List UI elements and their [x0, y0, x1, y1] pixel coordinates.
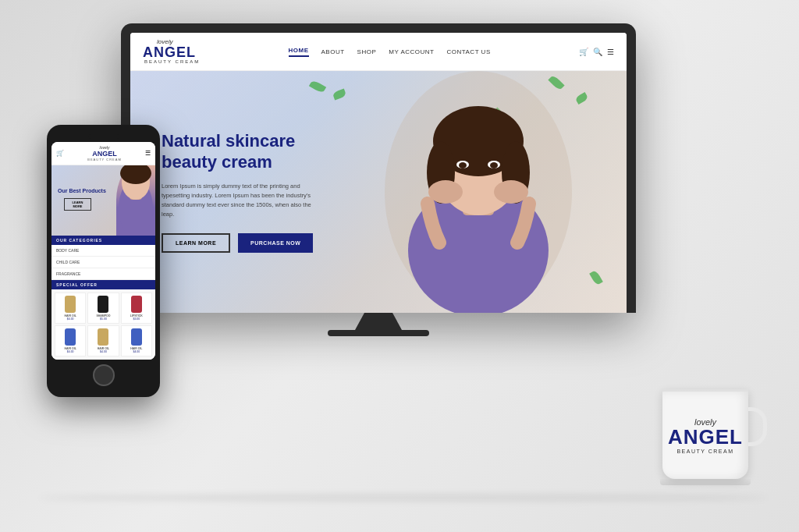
phone-logo-bc: BEAUTY CREAM [87, 158, 122, 161]
list-item[interactable]: HAIR OIL $4.00 [55, 325, 86, 356]
product-image [98, 328, 108, 346]
scene: lovely ANGEL BEAUTY CREAM HOME ABOUT SHO… [0, 0, 799, 532]
menu-icon[interactable]: ☰ [607, 48, 614, 56]
mug-handle [748, 407, 767, 446]
surface-shadow [39, 495, 768, 501]
phone-navbar: 🛒 lovely ANGEL BEAUTY CREAM ☰ [51, 142, 155, 165]
monitor-nav-icons: 🛒 🔍 ☰ [579, 48, 614, 56]
cart-icon[interactable]: 🛒 [579, 48, 588, 56]
list-item[interactable]: HAIR OIL $4.00 [55, 293, 86, 324]
nav-about[interactable]: ABOUT [321, 48, 345, 55]
hero-content: Natural skincare beauty cream Lorem Ipsu… [130, 131, 349, 253]
mug: lovely ANGEL BEAUTY CREAM [655, 389, 756, 485]
monitor-screen: lovely ANGEL BEAUTY CREAM HOME ABOUT SHO… [130, 33, 627, 313]
search-icon[interactable]: 🔍 [593, 48, 602, 56]
product-price: $4.00 [58, 317, 83, 321]
monitor-menu: HOME ABOUT SHOP MY ACCOUNT CONTACT US [289, 47, 491, 57]
phone-categories-header: OUR CATEGORIES [51, 236, 155, 245]
leaf-decoration [309, 80, 326, 94]
phone-hero: Our Best Products LEARN MORE [51, 165, 155, 236]
phone-category-child[interactable]: CHILD CARE [51, 257, 155, 268]
phone-learn-button[interactable]: LEARN MORE [64, 198, 91, 211]
purchase-now-button[interactable]: PURCHASE NOW [238, 233, 313, 253]
svg-point-9 [459, 162, 467, 168]
learn-more-button[interactable]: LEARN MORE [162, 233, 230, 253]
monitor: lovely ANGEL BEAUTY CREAM HOME ABOUT SHO… [121, 23, 636, 336]
hero-buttons: LEARN MORE PURCHASE NOW [162, 233, 318, 253]
phone-products-grid: HAIR OIL $4.00 SHAMPOO $5.00 LIPSTICK $3… [51, 289, 155, 360]
product-price: $4.00 [58, 350, 83, 353]
phone-frame: 🛒 lovely ANGEL BEAUTY CREAM ☰ Our Best P… [47, 125, 160, 397]
phone-category-fragrance[interactable]: FRAGRANCE [51, 268, 155, 280]
mug-body: lovely ANGEL BEAUTY CREAM [662, 389, 748, 479]
svg-point-10 [490, 162, 498, 168]
phone-home-button[interactable] [93, 364, 115, 386]
monitor-stand [355, 313, 402, 330]
leaf-decoration [332, 89, 346, 101]
phone-hero-title: Our Best Products [58, 187, 106, 194]
leaf-decoration [589, 270, 603, 286]
monitor-logo: lovely ANGEL BEAUTY CREAM [143, 39, 200, 64]
phone-logo-angel: ANGEL [87, 150, 122, 158]
phone-notch [88, 134, 119, 139]
mug-logo-angel: ANGEL [668, 427, 743, 447]
product-price: $3.00 [124, 317, 149, 321]
nav-shop[interactable]: SHOP [357, 48, 377, 55]
phone-hero-woman [116, 165, 155, 236]
product-price: $4.00 [91, 350, 115, 353]
monitor-base [328, 330, 429, 336]
list-item[interactable]: SHAMPOO $5.00 [87, 293, 119, 324]
hero-title: Natural skincare beauty cream [162, 131, 318, 172]
mug-content: lovely ANGEL BEAUTY CREAM [662, 417, 749, 454]
mug-base [660, 479, 751, 485]
phone-screen: 🛒 lovely ANGEL BEAUTY CREAM ☰ Our Best P… [51, 142, 155, 360]
logo-angel: ANGEL [143, 45, 200, 59]
logo-beauty-cream: BEAUTY CREAM [144, 59, 200, 64]
hero-woman-image [377, 71, 580, 313]
phone-cart-icon[interactable]: 🛒 [56, 150, 64, 157]
list-item[interactable]: HAIR OIL $4.00 [87, 325, 119, 356]
phone-logo: lovely ANGEL BEAUTY CREAM [87, 145, 122, 161]
product-image [98, 296, 108, 313]
mug-logo-beauty-cream: BEAUTY CREAM [668, 449, 743, 454]
product-image [65, 328, 76, 346]
product-price: $5.00 [91, 317, 115, 321]
phone-menu-icon[interactable]: ☰ [145, 150, 151, 157]
phone-category-body[interactable]: BODY CARE [51, 245, 155, 257]
phone: 🛒 lovely ANGEL BEAUTY CREAM ☰ Our Best P… [47, 125, 160, 397]
product-price: $4.00 [124, 350, 149, 353]
monitor-hero: Natural skincare beauty cream Lorem Ipsu… [130, 71, 627, 313]
nav-home[interactable]: HOME [289, 47, 309, 57]
list-item[interactable]: LIPSTICK $3.00 [121, 293, 152, 324]
product-image [65, 296, 76, 313]
product-image [131, 328, 142, 346]
nav-contact[interactable]: CONTACT US [446, 48, 490, 55]
product-image [131, 296, 142, 313]
monitor-frame: lovely ANGEL BEAUTY CREAM HOME ABOUT SHO… [121, 23, 636, 313]
monitor-navbar: lovely ANGEL BEAUTY CREAM HOME ABOUT SHO… [130, 33, 627, 71]
nav-account[interactable]: MY ACCOUNT [389, 48, 434, 55]
list-item[interactable]: HAIR OIL $4.00 [121, 325, 152, 356]
phone-special-offer-header: SPECIAL OFFER [51, 280, 155, 289]
hero-description: Lorem Ipsum is simply dummy text of the … [162, 182, 318, 219]
